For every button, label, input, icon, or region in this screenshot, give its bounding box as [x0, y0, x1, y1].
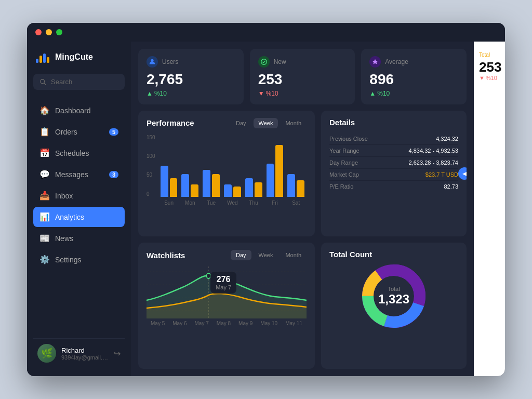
detail-row-day-range: Day Range 2,623.28 - 3,823.74: [329, 157, 458, 169]
watchlist-chart: 276 May 7: [147, 267, 307, 318]
label-tue: Tue: [203, 200, 220, 206]
sidebar-item-analytics[interactable]: 📊 Analytics: [33, 207, 125, 227]
bar-gold: [212, 174, 220, 197]
bar-blue: [267, 164, 274, 197]
detail-val-highlight: $23.7 T USD: [425, 171, 458, 178]
bar-blue: [203, 170, 210, 197]
sidebar-item-orders[interactable]: 📋 Orders 5: [33, 122, 125, 142]
donut-chart: Total 1,323: [329, 265, 458, 327]
detail-row-prev-close: Previous Close 4,324.32: [329, 133, 458, 145]
sidebar-item-settings[interactable]: ⚙️ Settings: [33, 249, 125, 270]
tab-week[interactable]: Week: [254, 118, 278, 128]
detail-key: Year Range: [329, 148, 360, 154]
performance-tabs: Day Week Month: [231, 118, 307, 128]
user-info: Richard 9394lay@gmail.com: [61, 347, 109, 361]
donut-value: 1,323: [378, 292, 409, 307]
x-label-may6: May 6: [172, 321, 187, 326]
x-label-may5: May 5: [151, 321, 165, 326]
performance-title: Performance: [147, 118, 194, 127]
detail-key: Day Range: [329, 159, 358, 166]
bar-group-fri: [267, 145, 284, 197]
detail-val: 82.73: [444, 183, 458, 190]
messages-icon: 💬: [39, 169, 49, 179]
sidebar-item-news[interactable]: 📰 News: [33, 228, 125, 248]
sidebar-item-label: News: [55, 234, 73, 243]
detail-val: 4,834.32 - 4,932.53: [409, 148, 458, 154]
x-label-may7: May 7: [195, 321, 209, 326]
bar-blue: [161, 166, 168, 197]
detail-val: 2,623.28 - 3,823.74: [409, 159, 458, 166]
tab-month[interactable]: Month: [280, 118, 307, 128]
bar-group-sat: [287, 174, 304, 197]
app-window: MingCute Search 🏠 Dashboard 📋 Orders 5: [27, 23, 505, 376]
watchlists-title: Watchlists: [147, 251, 185, 260]
total-count-title: Total Count: [329, 250, 372, 259]
label-fri: Fri: [267, 200, 284, 206]
right-panel-value: 253: [479, 60, 500, 75]
sidebar-item-inbox[interactable]: 📥 Inbox: [33, 185, 125, 206]
down-arrow-icon-right: ▼: [479, 75, 485, 81]
nav-section: 🏠 Dashboard 📋 Orders 5 📅 Schedules 💬 Mes…: [33, 100, 125, 333]
label-sun: Sun: [161, 200, 178, 206]
app-title: MingCute: [55, 52, 93, 62]
tooltip-value: 276: [216, 275, 231, 284]
window-controls: [35, 29, 62, 35]
sidebar-item-label: Inbox: [55, 192, 73, 200]
sidebar-item-label: Analytics: [55, 213, 84, 221]
up-arrow-icon-2: ▲: [369, 90, 376, 97]
logo-icon: [35, 50, 50, 64]
down-arrow-icon: ▼: [258, 90, 264, 97]
svg-point-0: [41, 79, 45, 83]
user-email: 9394lay@gmail.com: [61, 354, 109, 361]
right-panel-partial: Total 253 ▼ %10: [474, 42, 505, 376]
avatar-emoji: 🌿: [41, 348, 52, 359]
label-thu: Thu: [245, 200, 262, 206]
sidebar: MingCute Search 🏠 Dashboard 📋 Orders 5: [27, 42, 131, 376]
users-stat-change: ▲ %10: [147, 90, 235, 97]
stat-card-users: Users 2,765 ▲ %10: [138, 49, 244, 104]
average-stat-label: Average: [385, 58, 408, 65]
sidebar-item-label: Messages: [55, 170, 88, 179]
average-stat-change: ▲ %10: [369, 90, 458, 97]
watchlist-tab-week[interactable]: Week: [254, 250, 278, 260]
sidebar-item-dashboard[interactable]: 🏠 Dashboard: [33, 100, 125, 121]
scroll-handle[interactable]: ◀: [458, 167, 467, 180]
svg-line-1: [44, 83, 46, 85]
performance-panel: Performance Day Week Month 150 100: [138, 111, 315, 237]
analytics-icon: 📊: [39, 212, 49, 222]
bottom-row: Watchlists Day Week Month: [138, 243, 467, 369]
tab-day[interactable]: Day: [231, 118, 251, 128]
watchlist-tab-day[interactable]: Day: [231, 250, 251, 260]
detail-key: Market Cap: [329, 171, 359, 178]
users-stat-value: 2,765: [147, 72, 235, 88]
watchlist-tab-month[interactable]: Month: [280, 250, 307, 260]
x-label-may8: May 8: [217, 321, 231, 326]
bar-group-tue: [203, 170, 220, 197]
sidebar-item-label: Dashboard: [55, 107, 91, 115]
x-label-may11: May 11: [285, 321, 302, 326]
logout-icon[interactable]: ↪: [114, 349, 121, 358]
bar-group-sun: [161, 166, 178, 197]
orders-icon: 📋: [39, 127, 49, 137]
logo-area: MingCute: [33, 50, 125, 64]
main-content: Users 2,765 ▲ %10: [131, 42, 474, 376]
maximize-button[interactable]: [56, 29, 62, 35]
label-sat: Sat: [287, 200, 304, 206]
watchlist-tooltip: 276 May 7: [210, 272, 236, 294]
minimize-button[interactable]: [46, 29, 52, 35]
bar-gold: [275, 145, 283, 197]
sidebar-item-label: Settings: [55, 256, 82, 264]
mid-row: Performance Day Week Month 150 100: [138, 111, 467, 237]
average-stat-icon: [369, 56, 381, 68]
new-stat-icon: [258, 56, 270, 68]
sidebar-item-schedules[interactable]: 📅 Schedules: [33, 143, 125, 163]
svg-marker-4: [373, 59, 378, 64]
sidebar-footer: 🌿 Richard 9394lay@gmail.com ↪: [33, 338, 125, 368]
bar-blue: [181, 174, 189, 197]
watchlists-tabs: Day Week Month: [231, 250, 307, 260]
sidebar-item-messages[interactable]: 💬 Messages 3: [33, 164, 125, 184]
news-icon: 📰: [39, 233, 49, 243]
search-box[interactable]: Search: [33, 74, 125, 90]
watchlists-panel: Watchlists Day Week Month: [138, 243, 315, 369]
close-button[interactable]: [35, 29, 42, 35]
